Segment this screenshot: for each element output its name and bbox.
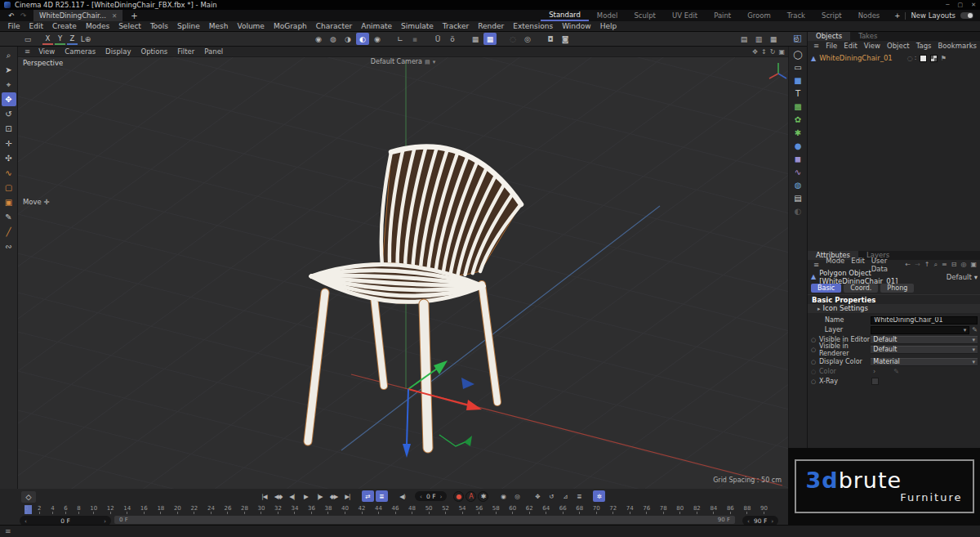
transform-tool-icon[interactable]: ✛ [2, 136, 16, 150]
shading-wire-icon[interactable]: ◉ [371, 33, 384, 45]
tab-basic[interactable]: Basic [811, 284, 841, 293]
tab-takes[interactable]: Takes [850, 32, 885, 41]
new-layouts-button[interactable]: New Layouts [911, 11, 956, 20]
play-button[interactable]: ▶ [300, 490, 312, 502]
autokey-button[interactable]: A [466, 491, 476, 502]
search-icon[interactable]: ⌕ [933, 261, 939, 269]
menu-item[interactable]: Animate [357, 22, 397, 30]
menu-item[interactable]: Tracker [438, 22, 473, 30]
editor-visibility-icon[interactable]: ◌ [907, 55, 913, 62]
workplane-icon[interactable]: Ü [431, 33, 444, 45]
menu-item[interactable]: Render [474, 22, 509, 30]
objects-menu-item[interactable]: Bookmarks [935, 42, 980, 50]
object-name[interactable]: WhiteDiningChair_01 [819, 54, 893, 62]
camera-zoom-icon[interactable]: ↕ [761, 48, 767, 56]
quantize-icon[interactable]: ▦ [483, 33, 497, 45]
menu-item[interactable]: Select [114, 22, 146, 30]
key-position-icon[interactable]: ◉ [497, 490, 509, 502]
cube-object-icon[interactable]: ■ [794, 76, 801, 85]
key-selection-icon[interactable]: ◎ [510, 490, 523, 502]
multi-move-tool-icon[interactable]: ✣ [2, 151, 16, 165]
brush-tool-icon[interactable]: ✎ [2, 210, 16, 224]
menu-item[interactable]: Modes [81, 22, 114, 30]
layout-toggle[interactable] [960, 12, 973, 19]
shading-quick-icon[interactable]: ◑ [341, 33, 354, 45]
volume-object-icon[interactable]: ◼ [795, 154, 801, 163]
viewport-menu-item[interactable]: Display [100, 47, 136, 56]
axis-lock-icon[interactable]: ▪ [408, 33, 421, 45]
menu-item[interactable]: Tools [145, 22, 172, 30]
minimize-button[interactable]: ─ [946, 2, 949, 8]
camera-label[interactable]: Default Camera ▤ ▾ [371, 58, 435, 65]
workplane-lock-icon[interactable]: ö [446, 33, 459, 45]
goto-end-button[interactable]: ▶| [341, 490, 354, 502]
viewport-menu-icon[interactable]: ≡ [21, 47, 33, 56]
camera-menu-icon[interactable]: ▾ [433, 59, 436, 65]
menu-item[interactable]: Create [48, 22, 82, 30]
menu-item[interactable]: Character [311, 22, 356, 30]
spinner-right-icon[interactable]: › [104, 517, 106, 525]
simulate-object-icon[interactable]: ∿ [795, 168, 801, 177]
axis-workplane-icon[interactable]: ◰ [788, 33, 807, 43]
scale-tool-icon[interactable]: ⊡ [2, 122, 16, 136]
axis-lock-button[interactable]: Z [67, 34, 78, 45]
object-tree-row[interactable]: ▲ WhiteDiningChair_01 ◌ ∶ ⚑ [808, 53, 980, 63]
text-object-icon[interactable]: T [795, 89, 800, 98]
next-key-button[interactable]: ◆▶ [327, 490, 340, 502]
camera-move-icon[interactable]: ✥ [752, 48, 758, 56]
goto-start-button[interactable]: |◀ [258, 490, 270, 502]
modeling-circle-icon[interactable]: ◌ [506, 33, 519, 45]
viewport-solo-icon[interactable]: ▭ [21, 33, 34, 45]
layout-tab[interactable]: Model [589, 10, 626, 21]
forward-arrow-icon[interactable]: → [913, 261, 922, 269]
axis-lock-button[interactable]: X [42, 34, 53, 45]
move-tool-icon[interactable]: ✥ [2, 92, 16, 106]
xray-checkbox[interactable] [871, 378, 879, 385]
menu-item[interactable]: MoGraph [269, 22, 311, 30]
next-frame-button[interactable]: |▶ [314, 490, 326, 502]
pen-tool-icon[interactable]: ╱ [2, 225, 16, 239]
name-field[interactable] [871, 316, 978, 324]
layout-tab[interactable]: UV Edit [664, 10, 706, 21]
panel-icon[interactable]: ▣ [969, 261, 978, 269]
snap-toggle-button[interactable]: ✲ [593, 490, 605, 502]
keyframe-dot-icon[interactable]: ○ [811, 359, 819, 365]
layout-tab[interactable]: Track [779, 10, 813, 21]
camera-rotate-icon[interactable]: ↻ [770, 48, 776, 56]
visible-renderer-select[interactable]: Default ▾ [871, 346, 978, 354]
axis-lock-button[interactable]: Y [55, 34, 65, 45]
key-move-icon[interactable]: ✥ [531, 490, 543, 502]
keyframe-settings-button[interactable]: ✱ [478, 491, 488, 502]
view-label[interactable]: Perspective [23, 59, 63, 67]
snap-grid-icon[interactable]: ▦ [469, 33, 482, 45]
keyframe-bar-button[interactable]: ≣ [376, 490, 388, 502]
layout-tab[interactable]: Sculpt [626, 10, 664, 21]
menu-item[interactable]: File [3, 22, 24, 30]
menu-item[interactable]: Help [595, 22, 621, 30]
material-tag-icon[interactable] [920, 55, 927, 62]
shading-active-icon[interactable]: ◐ [356, 33, 369, 45]
display-color-select[interactable]: Material ▾ [871, 358, 978, 366]
key-parameter-icon[interactable]: ≣ [572, 490, 585, 502]
coordinate-system-button[interactable]: L⊕ [79, 33, 92, 45]
texture-tag-icon[interactable] [930, 55, 938, 62]
array-tool-icon[interactable]: ▣ [2, 195, 16, 209]
layer-field[interactable]: ▾ [871, 326, 970, 334]
loop-button[interactable]: ⇄ [362, 490, 374, 502]
keyframe-dot-icon[interactable]: ○ [811, 337, 819, 343]
viewport-toggle-icon[interactable]: ▣ [778, 48, 785, 56]
layout-tab[interactable]: Paint [706, 10, 739, 21]
menu-item[interactable]: Extensions [509, 22, 558, 30]
layout-tab[interactable]: Script [813, 10, 850, 21]
objects-menu-item[interactable]: Edit [840, 42, 860, 50]
lock-icon[interactable]: ⊟ [950, 261, 959, 269]
layout-tab[interactable]: Groom [739, 10, 779, 21]
primitive-tool-icon[interactable]: ▢ [2, 181, 16, 195]
redo-icon[interactable]: ↷ [17, 11, 29, 20]
attributes-menu-icon[interactable]: ≡ [810, 261, 822, 269]
render-visibility-icon[interactable]: ∶ [915, 55, 916, 62]
preset-dropdown[interactable]: Default ▾ [947, 273, 978, 281]
keyframe-dot-icon[interactable]: ○ [811, 347, 819, 353]
viewport-menu-item[interactable]: Filter [172, 47, 199, 56]
objects-menu-item[interactable]: View [861, 42, 884, 50]
